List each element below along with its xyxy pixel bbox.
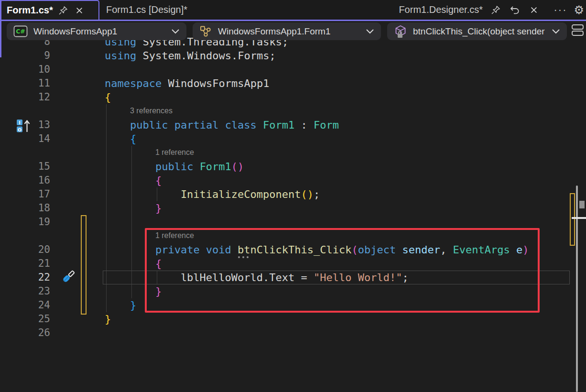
line-number: 14 bbox=[0, 132, 50, 146]
code-line-25[interactable]: 25} bbox=[0, 312, 586, 326]
code-token: ; bbox=[314, 188, 320, 200]
line-number: 26 bbox=[0, 326, 50, 340]
member-dropdown[interactable]: btnClickThis_Click(object sender bbox=[387, 22, 567, 40]
code-line-15[interactable]: 15public Form1() bbox=[0, 160, 586, 174]
code-token: : bbox=[294, 119, 314, 131]
type-dropdown[interactable]: WindowsFormsApp1.Form1 bbox=[193, 22, 381, 40]
codelens-row[interactable]: 3 references bbox=[0, 104, 586, 118]
line-number: 15 bbox=[0, 160, 50, 174]
line-number: 10 bbox=[0, 63, 50, 76]
tab-form1-designer-cs[interactable]: Form1.Designer.cs* bbox=[399, 0, 540, 20]
code-line-11[interactable]: 11namespace WindowsFormsApp1 bbox=[0, 76, 586, 90]
code-token: } bbox=[130, 299, 136, 311]
pin-icon[interactable] bbox=[489, 4, 502, 16]
line-number: 24 bbox=[0, 298, 50, 312]
code-line-10[interactable]: 10 bbox=[0, 63, 586, 76]
class-icon bbox=[199, 25, 212, 38]
code-token: { bbox=[105, 91, 111, 103]
svg-text:O: O bbox=[18, 127, 22, 132]
code-token: using bbox=[105, 50, 142, 62]
codelens-references-link[interactable]: 1 reference bbox=[155, 148, 194, 157]
close-icon[interactable] bbox=[73, 4, 86, 17]
code-token: public bbox=[155, 161, 200, 173]
change-tracking-bar bbox=[81, 215, 87, 315]
tab-form1-cs-design[interactable]: Form1.cs [Design]* bbox=[99, 0, 214, 20]
code-text: } bbox=[155, 201, 162, 215]
tab-label: Form1.Designer.cs* bbox=[399, 4, 483, 15]
code-text: namespace WindowsFormsApp1 bbox=[105, 76, 269, 90]
code-line-16[interactable]: 16{ bbox=[0, 174, 586, 187]
code-token: { bbox=[155, 174, 162, 186]
svg-text:I: I bbox=[19, 120, 21, 125]
code-line-19[interactable]: 19 bbox=[0, 215, 586, 229]
quick-actions-screwdriver-icon[interactable] bbox=[60, 269, 76, 285]
line-number: 21 bbox=[0, 257, 50, 271]
settings-gear-icon[interactable]: ⚙ bbox=[574, 3, 584, 17]
code-text: { bbox=[155, 174, 162, 187]
line-number: 18 bbox=[0, 201, 50, 215]
csharp-project-icon: C# bbox=[13, 25, 28, 37]
line-number: 20 bbox=[0, 243, 50, 257]
line-number: 19 bbox=[0, 215, 50, 229]
code-token: { bbox=[130, 133, 136, 145]
code-text: } bbox=[130, 298, 136, 312]
overflow-menu-icon[interactable]: ··· bbox=[551, 4, 570, 16]
code-line-26[interactable]: 26 bbox=[0, 326, 586, 340]
scrollbar-marker bbox=[579, 201, 585, 208]
code-text: public partial class Form1 : Form bbox=[130, 118, 339, 132]
line-number: 17 bbox=[0, 187, 50, 201]
tab-label: Form1.cs* bbox=[7, 5, 53, 16]
document-tab-bar: Form1.cs* Form1.cs [Design]* Form1.Desig… bbox=[0, 0, 586, 21]
split-window-icon[interactable] bbox=[571, 24, 584, 36]
vs-editor-window: Form1.cs* Form1.cs [Design]* Form1.Desig… bbox=[0, 0, 586, 392]
code-token: public partial class bbox=[130, 119, 263, 131]
undo-icon[interactable] bbox=[509, 4, 521, 16]
code-text: public Form1() bbox=[155, 160, 244, 174]
code-token: WindowsFormsApp1 bbox=[168, 77, 269, 89]
line-number: 9 bbox=[0, 49, 50, 63]
chevron-down-icon bbox=[552, 28, 560, 34]
code-line-13[interactable]: 13public partial class Form1 : Form bbox=[0, 118, 586, 132]
line-number: 11 bbox=[0, 76, 50, 90]
scrollbar-caret-position-line bbox=[572, 217, 586, 219]
inheritance-margin-icon[interactable]: I O bbox=[16, 119, 32, 133]
code-text: { bbox=[130, 132, 136, 146]
code-line-18[interactable]: 18} bbox=[0, 201, 586, 215]
tab-label: Form1.cs [Design]* bbox=[106, 4, 187, 15]
code-editor[interactable]: 8using System.Threading.Tasks;9using Sys… bbox=[0, 21, 586, 392]
code-line-9[interactable]: 9using System.Windows.Forms; bbox=[0, 49, 586, 63]
scrollbar-change-mark bbox=[570, 193, 575, 246]
code-text: InitializeComponent(); bbox=[181, 187, 320, 201]
active-group-accent-border bbox=[0, 0, 1, 57]
code-token: () bbox=[231, 161, 244, 173]
line-number: 16 bbox=[0, 174, 50, 187]
project-dropdown[interactable]: C# WindowsFormsApp1 bbox=[7, 22, 186, 40]
annotation-red-rectangle bbox=[145, 228, 540, 313]
member-dropdown-label: btnClickThis_Click(object sender bbox=[413, 26, 547, 37]
line-number: 23 bbox=[0, 284, 50, 298]
pin-icon[interactable] bbox=[57, 4, 69, 17]
scrollbar-thumb[interactable] bbox=[576, 185, 578, 392]
method-private-icon bbox=[394, 25, 407, 38]
chevron-down-icon bbox=[171, 28, 180, 34]
close-icon[interactable] bbox=[528, 4, 540, 16]
type-dropdown-label: WindowsFormsApp1.Form1 bbox=[218, 26, 361, 37]
line-number: 22 bbox=[0, 271, 50, 284]
code-token: System.Windows.Forms; bbox=[142, 50, 275, 62]
code-line-17[interactable]: 17InitializeComponent(); bbox=[0, 187, 586, 201]
code-token: Form1 bbox=[263, 119, 294, 131]
line-number: 25 bbox=[0, 312, 50, 326]
code-token: Form1 bbox=[200, 161, 231, 173]
line-number: 12 bbox=[0, 90, 50, 104]
svg-text:C#: C# bbox=[16, 28, 25, 35]
codelens-row[interactable]: 1 reference bbox=[0, 146, 586, 160]
code-text: using System.Windows.Forms; bbox=[105, 49, 276, 63]
code-token: } bbox=[155, 202, 162, 214]
code-line-12[interactable]: 12{ bbox=[0, 90, 586, 104]
code-token: () bbox=[301, 188, 314, 200]
tab-bar-extras: ··· ⚙ bbox=[551, 0, 585, 20]
code-line-14[interactable]: 14{ bbox=[0, 132, 586, 146]
tab-form1-cs[interactable]: Form1.cs* bbox=[0, 0, 99, 20]
project-dropdown-label: WindowsFormsApp1 bbox=[33, 26, 166, 37]
codelens-references-link[interactable]: 3 references bbox=[130, 107, 173, 115]
